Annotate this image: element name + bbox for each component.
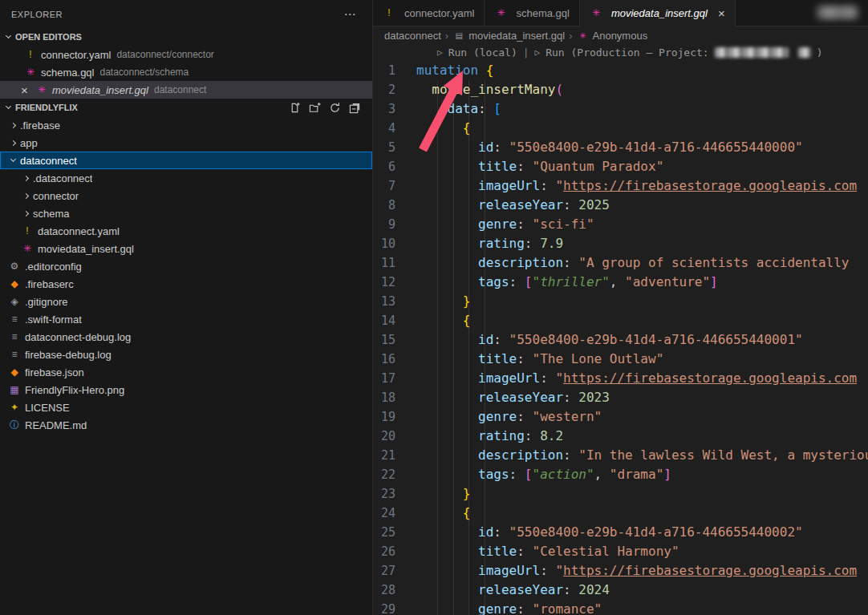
code-line[interactable]: 2 movie_insertMany( [373,80,868,99]
tree-item-firebase-debug-log[interactable]: ≡firebase-debug.log [0,346,372,363]
git-icon: ◈ [8,296,21,307]
code-line[interactable]: 7 imageUrl: "https://firebasestorage.goo… [373,176,868,196]
line-number: 12 [373,273,416,292]
code-line[interactable]: 18 releaseYear: 2023 [373,388,868,407]
new-folder-icon [309,102,321,114]
code-line[interactable]: 23 } [373,484,868,504]
tree-item--swift-format[interactable]: ≡.swift-format [0,310,372,328]
breadcrumb-item[interactable]: dataconnect [384,30,441,42]
chevron-right-icon [23,210,29,216]
code-editor[interactable]: ▷ Run (local) | ▷ Run (Production – Proj… [373,44,868,615]
breadcrumb: dataconnect›▤moviedata_insert.gql›✳Anony… [373,26,868,44]
doc-icon: ≡ [8,349,21,360]
tree-item-dataconnect-debug-log[interactable]: ≡dataconnect-debug.log [0,328,372,346]
code-line[interactable]: 17 imageUrl: "https://firebasestorage.go… [373,369,868,388]
code-line[interactable]: 16 title: "The Lone Outlaw" [373,350,868,369]
line-number: 10 [373,234,416,253]
tab-label: moviedata_insert.gql [611,7,708,19]
chevron-right-icon [10,122,16,127]
tree-item-moviedata-insert-gql[interactable]: ✳moviedata_insert.gql [0,240,372,257]
code-line[interactable]: 20 rating: 8.2 [373,427,868,446]
graphql-icon: ✳ [24,67,37,78]
file-name: app [20,137,38,149]
code-line[interactable]: 8 releaseYear: 2025 [373,196,868,215]
code-line[interactable]: 9 genre: "sci-fi" [373,215,868,234]
code-line[interactable]: 1mutation { [373,61,868,80]
tree-item--firebase[interactable]: .firebase [0,116,372,134]
tree-item-connector[interactable]: connector [0,187,372,204]
open-editor-item[interactable]: !connector.yamldataconnect/connector [0,46,372,63]
code-line-text: rating: 8.2 [416,427,868,446]
open-editors-header[interactable]: OPEN EDITORS [0,28,372,46]
new-file-button[interactable] [289,102,301,114]
graphql-icon: ✳ [590,7,602,18]
code-line[interactable]: 6 title: "Quantum Paradox" [373,157,868,176]
line-number: 2 [373,80,416,99]
breadcrumb-item[interactable]: ▤moviedata_insert.gql [452,30,565,42]
tree-item-firebase-json[interactable]: ◆firebase.json [0,363,372,381]
code-lines: 1mutation {2 movie_insertMany(3 data: [4… [373,61,868,615]
tree-item--firebaserc[interactable]: ◆.firebaserc [0,275,372,293]
redacted-area [817,6,858,19]
file-name: moviedata_insert.gql [52,84,148,96]
tab-moviedata-insert-gql[interactable]: ✳moviedata_insert.gql× [580,0,736,26]
code-line-text: title: "Quantum Paradox" [416,157,868,176]
file-name: firebase-debug.log [25,349,112,361]
file-name: connector.yaml [41,49,111,61]
tree-item-license[interactable]: ✦LICENSE [0,399,372,416]
collapse-folders-button[interactable] [349,102,361,114]
file-name: .gitignore [25,296,67,308]
run-production-link[interactable]: Run (Production – Project: [546,47,709,59]
breadcrumb-separator-icon: › [569,30,572,42]
refresh-explorer-button[interactable] [329,102,341,114]
code-line[interactable]: 13 } [373,292,868,311]
open-editor-item[interactable]: ×✳moviedata_insert.gqldataconnect [0,81,372,99]
code-line-text: imageUrl: "https://firebasestorage.googl… [416,369,868,388]
breadcrumb-item[interactable]: ✳Anonymous [577,30,648,42]
line-number: 7 [373,176,416,196]
code-line[interactable]: 10 rating: 7.9 [373,234,868,253]
tree-item--dataconnect[interactable]: .dataconnect [0,169,372,187]
code-line[interactable]: 22 tags: ["action", "drama"] [373,465,868,484]
code-line[interactable]: 12 tags: ["thriller", "adventure"] [373,273,868,292]
code-line[interactable]: 14 { [373,311,868,330]
code-line[interactable]: 24 { [373,504,868,523]
chevron-down-icon [10,156,16,162]
run-local-link[interactable]: Run (local) [448,47,517,59]
tab-connector-yaml[interactable]: !connector.yaml [373,0,485,26]
tree-item-readme-md[interactable]: ⓘREADME.md [0,416,372,434]
doc-icon: ≡ [8,314,21,325]
line-number: 21 [373,446,416,465]
tree-item-dataconnect[interactable]: dataconnect [0,152,372,169]
tree-item--gitignore[interactable]: ◈.gitignore [0,293,372,310]
code-line[interactable]: 3 data: [ [373,99,868,119]
open-editor-item[interactable]: ✳schema.gqldataconnect/schema [0,63,372,81]
code-line[interactable]: 11 description: "A group of scientists a… [373,253,868,273]
tree-item-dataconnect-yaml[interactable]: !dataconnect.yaml [0,222,372,240]
line-number: 18 [373,388,416,407]
code-line[interactable]: 26 title: "Celestial Harmony" [373,542,868,561]
file-name: schema [33,208,70,220]
code-line[interactable]: 21 description: "In the lawless Wild Wes… [373,446,868,465]
code-line[interactable]: 25 id: "550e8400-e29b-41d4-a716-44665544… [373,523,868,542]
tree-item-schema[interactable]: schema [0,204,372,222]
close-editor-icon[interactable]: × [21,83,35,97]
code-line[interactable]: 28 releaseYear: 2024 [373,581,868,600]
workspace-header[interactable]: FRIENDLYFLIX [0,99,372,116]
code-line[interactable]: 4 { [373,119,868,138]
code-line[interactable]: 5 id: "550e8400-e29b-41d4-a716-446655440… [373,138,868,157]
tree-item-app[interactable]: app [0,134,372,152]
code-line-text: genre: "western" [416,407,868,427]
code-line[interactable]: 15 id: "550e8400-e29b-41d4-a716-44665544… [373,330,868,350]
code-line[interactable]: 19 genre: "western" [373,407,868,427]
tree-item--editorconfig[interactable]: ⚙.editorconfig [0,257,372,275]
codelens-bar: ▷ Run (local) | ▷ Run (Production – Proj… [373,44,868,61]
tree-item-friendlyflix-hero-png[interactable]: ▦FriendlyFlix-Hero.png [0,381,372,399]
close-icon[interactable]: × [718,6,725,20]
more-actions-icon[interactable]: ⋯ [339,7,362,22]
tab-schema-gql[interactable]: ✳schema.gql [485,0,579,26]
code-line[interactable]: 29 genre: "romance" [373,600,868,615]
code-line[interactable]: 27 imageUrl: "https://firebasestorage.go… [373,561,868,581]
file-name: dataconnect-debug.log [25,331,131,343]
new-folder-button[interactable] [309,102,321,114]
